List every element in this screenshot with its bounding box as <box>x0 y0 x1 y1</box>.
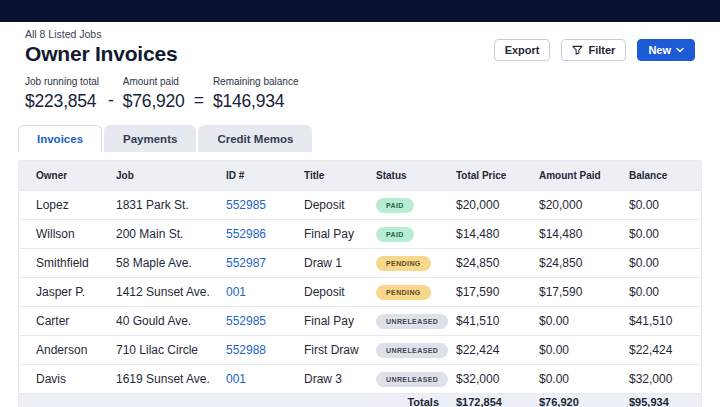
cell-amount-paid: $0.00 <box>539 343 629 357</box>
cell-status: PENDING <box>376 255 456 271</box>
cell-total-price: $14,480 <box>456 227 539 241</box>
cell-balance: $32,000 <box>629 372 701 386</box>
top-navigation-bar <box>0 0 720 22</box>
cell-owner: Davis <box>36 372 116 386</box>
column-header-total-price: Total Price <box>456 170 539 181</box>
cell-total-price: $41,510 <box>456 314 539 328</box>
status-badge: PENDING <box>376 285 431 300</box>
totals-amount-paid: $76,920 <box>539 396 629 407</box>
cell-total-price: $32,000 <box>456 372 539 386</box>
table-row[interactable]: Lopez1831 Park St.552985DepositPAID$20,0… <box>19 190 701 219</box>
table-row[interactable]: Smithfield58 Maple Ave.552987Draw 1PENDI… <box>19 248 701 277</box>
table-body: Lopez1831 Park St.552985DepositPAID$20,0… <box>19 190 701 393</box>
cell-id: 552985 <box>226 314 304 328</box>
cell-amount-paid: $20,000 <box>539 198 629 212</box>
cell-balance: $0.00 <box>629 285 701 299</box>
summary-amount-paid: Amount paid $76,920 <box>123 76 185 112</box>
cell-job: 58 Maple Ave. <box>116 256 226 270</box>
cell-owner: Lopez <box>36 198 116 212</box>
cell-owner: Willson <box>36 227 116 241</box>
cell-amount-paid: $0.00 <box>539 314 629 328</box>
header-actions: Export Filter New <box>494 39 695 61</box>
invoice-id-link[interactable]: 552988 <box>226 343 266 357</box>
cell-status: UNRELEASED <box>376 371 456 387</box>
cell-title: First Draw <box>304 343 376 357</box>
cell-balance: $41,510 <box>629 314 701 328</box>
financial-summary: Job running total $223,854 - Amount paid… <box>0 66 720 112</box>
invoice-id-link[interactable]: 552985 <box>226 198 266 212</box>
totals-total-price: $172,854 <box>456 396 539 407</box>
cell-balance: $22,424 <box>629 343 701 357</box>
cell-total-price: $24,850 <box>456 256 539 270</box>
cell-title: Final Pay <box>304 227 376 241</box>
totals-label: Totals <box>36 396 456 407</box>
cell-balance: $0.00 <box>629 198 701 212</box>
invoice-id-link[interactable]: 552987 <box>226 256 266 270</box>
status-badge: PAID <box>376 227 414 242</box>
cell-amount-paid: $24,850 <box>539 256 629 270</box>
cell-total-price: $20,000 <box>456 198 539 212</box>
cell-id: 552985 <box>226 198 304 212</box>
invoice-id-link[interactable]: 552986 <box>226 227 266 241</box>
cell-status: UNRELEASED <box>376 342 456 358</box>
table-row[interactable]: Willson200 Main St.552986Final PayPAID$1… <box>19 219 701 248</box>
tab-payments[interactable]: Payments <box>104 125 196 152</box>
column-header-status: Status <box>376 170 456 181</box>
column-header-title: Title <box>304 170 376 181</box>
cell-job: 200 Main St. <box>116 227 226 241</box>
tab-credit-memos[interactable]: Credit Memos <box>198 125 312 152</box>
cell-owner: Smithfield <box>36 256 116 270</box>
cell-amount-paid: $17,590 <box>539 285 629 299</box>
summary-remaining-balance: Remaining balance $146,934 <box>213 76 299 112</box>
summary-value: $146,934 <box>213 91 299 112</box>
cell-id: 552988 <box>226 343 304 357</box>
totals-row: Totals $172,854 $76,920 $95,934 <box>19 393 701 407</box>
cell-owner: Jasper P. <box>36 285 116 299</box>
cell-job: 710 Lilac Circle <box>116 343 226 357</box>
status-badge: PENDING <box>376 256 431 271</box>
totals-balance: $95,934 <box>629 396 701 407</box>
tab-bar: Invoices Payments Credit Memos <box>18 125 720 152</box>
cell-title: Deposit <box>304 198 376 212</box>
invoice-id-link[interactable]: 552985 <box>226 314 266 328</box>
new-button[interactable]: New <box>637 39 695 61</box>
filter-button-label: Filter <box>588 44 615 56</box>
cell-amount-paid: $14,480 <box>539 227 629 241</box>
invoice-id-link[interactable]: 001 <box>226 372 246 386</box>
cell-job: 1831 Park St. <box>116 198 226 212</box>
table-row[interactable]: Carter40 Gould Ave.552985Final PayUNRELE… <box>19 306 701 335</box>
table-row[interactable]: Davis1619 Sunset Ave.001Draw 3UNRELEASED… <box>19 364 701 393</box>
page-header: All 8 Listed Jobs Owner Invoices Export … <box>0 22 720 66</box>
column-header-balance: Balance <box>629 170 701 181</box>
column-header-job: Job <box>116 170 226 181</box>
cell-id: 552987 <box>226 256 304 270</box>
column-header-amount-paid: Amount Paid <box>539 170 629 181</box>
cell-title: Draw 3 <box>304 372 376 386</box>
summary-value: $223,854 <box>25 91 99 112</box>
cell-total-price: $17,590 <box>456 285 539 299</box>
tab-invoices[interactable]: Invoices <box>18 125 102 152</box>
status-badge: PAID <box>376 198 414 213</box>
cell-status: PENDING <box>376 284 456 300</box>
status-badge: UNRELEASED <box>376 343 448 358</box>
cell-total-price: $22,424 <box>456 343 539 357</box>
new-button-label: New <box>648 44 671 56</box>
invoice-id-link[interactable]: 001 <box>226 285 246 299</box>
status-badge: UNRELEASED <box>376 314 448 329</box>
cell-owner: Anderson <box>36 343 116 357</box>
cell-id: 001 <box>226 285 304 299</box>
table-row[interactable]: Anderson710 Lilac Circle552988First Draw… <box>19 335 701 364</box>
table-row[interactable]: Jasper P.1412 Sunset Ave.001DepositPENDI… <box>19 277 701 306</box>
cell-id: 552986 <box>226 227 304 241</box>
export-button[interactable]: Export <box>494 39 551 61</box>
cell-owner: Carter <box>36 314 116 328</box>
filter-funnel-icon <box>572 45 583 55</box>
cell-status: PAID <box>376 226 456 242</box>
summary-job-running-total: Job running total $223,854 <box>25 76 99 112</box>
cell-id: 001 <box>226 372 304 386</box>
equals-operator: = <box>194 90 204 112</box>
column-header-id: ID # <box>226 170 304 181</box>
summary-label: Remaining balance <box>213 76 299 87</box>
filter-button[interactable]: Filter <box>561 39 626 61</box>
minus-operator: - <box>108 90 114 112</box>
